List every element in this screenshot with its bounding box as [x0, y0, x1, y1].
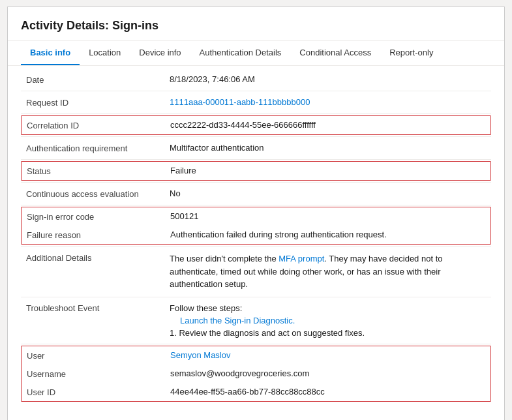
- additional-details-value: The user didn't complete the MFA prompt.…: [170, 252, 486, 291]
- date-row: Date 8/18/2023, 7:46:06 AM: [21, 70, 491, 89]
- user-row: User Semyon Maslov: [22, 346, 490, 365]
- correlation-id-group: Correlation ID cccc2222-dd33-4444-55ee-6…: [21, 115, 491, 135]
- activity-details-panel: Activity Details: Sign-ins Basic info Lo…: [7, 7, 505, 420]
- error-group: Sign-in error code 500121 Failure reason…: [21, 207, 491, 245]
- auth-req-value: Multifactor authentication: [170, 143, 486, 153]
- user-id-row: User ID 44ee44ee-ff55-aa66-bb77-88cc88cc…: [22, 383, 490, 401]
- status-group: Status Failure: [21, 161, 491, 181]
- date-value: 8/18/2023, 7:46:06 AM: [170, 74, 486, 84]
- request-id-value[interactable]: 1111aaa-000011-aabb-111bbbbb000: [170, 97, 486, 107]
- panel-title: Activity Details: Sign-ins: [8, 7, 504, 41]
- request-id-row: Request ID 1111aaa-000011-aabb-111bbbbb0…: [21, 93, 491, 112]
- date-label: Date: [26, 74, 170, 85]
- username-label: Username: [27, 368, 170, 379]
- troubleshoot-content: Follow these steps: Launch the Sign-in D…: [170, 303, 486, 338]
- auth-req-label: Authentication requirement: [26, 143, 170, 153]
- status-row: Status Failure: [22, 162, 490, 180]
- failure-reason-row: Failure reason Authentication failed dur…: [22, 226, 490, 244]
- tab-authentication-details[interactable]: Authentication Details: [190, 41, 291, 65]
- additional-details-label: Additional Details: [26, 252, 170, 263]
- failure-reason-label: Failure reason: [27, 230, 170, 240]
- cae-row: Continuous access evaluation No: [21, 184, 491, 203]
- additional-details-row: Additional Details The user didn't compl…: [21, 248, 491, 295]
- auth-req-row: Authentication requirement Multifactor a…: [21, 138, 491, 158]
- failure-reason-value: Authentication failed during strong auth…: [170, 230, 485, 239]
- username-value: semaslov@woodgrovegroceries.com: [170, 368, 485, 378]
- cae-value: No: [170, 188, 486, 198]
- sign-in-error-value: 500121: [170, 211, 485, 221]
- additional-details-highlight: MFA prompt: [279, 254, 324, 263]
- tab-basic-info[interactable]: Basic info: [21, 41, 80, 65]
- username-row: Username semaslov@woodgrovegroceries.com: [22, 365, 490, 383]
- tab-location[interactable]: Location: [80, 41, 130, 65]
- troubleshoot-follow: Follow these steps:: [170, 303, 486, 313]
- tab-report-only[interactable]: Report-only: [380, 41, 442, 65]
- correlation-id-row: Correlation ID cccc2222-dd33-4444-55ee-6…: [22, 116, 490, 134]
- user-label: User: [27, 350, 170, 361]
- sign-in-error-label: Sign-in error code: [27, 211, 170, 222]
- correlation-id-label: Correlation ID: [27, 120, 170, 130]
- troubleshoot-launch-link[interactable]: Launch the Sign-in Diagnostic.: [180, 316, 486, 325]
- request-id-label: Request ID: [26, 97, 170, 108]
- status-label: Status: [27, 166, 170, 176]
- troubleshoot-review: 1. Review the diagnosis and act on sugge…: [170, 328, 486, 338]
- correlation-id-value: cccc2222-dd33-4444-55ee-666666ffffff: [170, 120, 485, 130]
- cae-label: Continuous access evaluation: [26, 188, 170, 199]
- additional-details-text-1: The user didn't complete the: [170, 254, 279, 263]
- tab-conditional-access[interactable]: Conditional Access: [290, 41, 380, 65]
- tab-bar: Basic info Location Device info Authenti…: [8, 41, 504, 66]
- basic-info-content: Date 8/18/2023, 7:46:06 AM Request ID 11…: [8, 66, 504, 407]
- tab-device-info[interactable]: Device info: [130, 41, 190, 65]
- troubleshoot-row: Troubleshoot Event Follow these steps: L…: [21, 299, 491, 342]
- user-id-value: 44ee44ee-ff55-aa66-bb77-88cc88cc88cc: [170, 387, 485, 397]
- status-value: Failure: [170, 166, 485, 175]
- troubleshoot-label: Troubleshoot Event: [26, 303, 170, 313]
- user-value[interactable]: Semyon Maslov: [170, 350, 485, 360]
- sign-in-error-row: Sign-in error code 500121: [22, 207, 490, 226]
- user-group: User Semyon Maslov Username semaslov@woo…: [21, 346, 491, 402]
- user-id-label: User ID: [27, 387, 170, 397]
